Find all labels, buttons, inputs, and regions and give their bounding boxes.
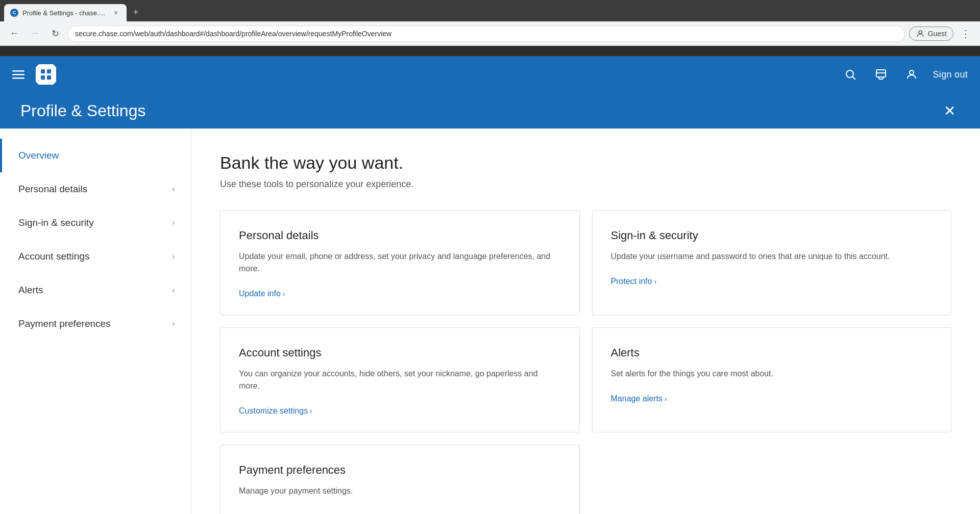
svg-rect-6: [46, 69, 51, 74]
sidebar-item-overview-label: Overview: [18, 150, 59, 161]
payment-preferences-card-title: Payment preferences: [239, 464, 561, 477]
sign-out-button[interactable]: Sign out: [933, 69, 968, 80]
account-button[interactable]: [902, 65, 921, 84]
payment-preferences-card-description: Manage your payment settings.: [239, 485, 561, 497]
account-settings-card: Account settings You can organize your a…: [220, 327, 580, 432]
header-left: [12, 63, 57, 86]
search-icon: [844, 68, 856, 81]
main-layout: Overview Personal details › Sign-in & se…: [0, 128, 980, 514]
search-button[interactable]: [841, 65, 860, 84]
tab-title: Profile & Settings - chase.com: [22, 9, 107, 17]
svg-line-12: [852, 77, 855, 80]
customize-settings-link-chevron: ›: [310, 407, 312, 415]
manage-alerts-link[interactable]: Manage alerts ›: [611, 394, 933, 403]
sidebar-item-sign-in-security[interactable]: Sign-in & security ›: [0, 206, 191, 240]
chase-logo[interactable]: [35, 63, 57, 86]
chevron-icon: ›: [172, 252, 175, 261]
account-icon: [905, 68, 918, 81]
page-title: Profile & Settings: [20, 101, 145, 120]
protect-info-link-chevron: ›: [654, 277, 656, 286]
hamburger-menu-button[interactable]: [12, 68, 24, 81]
page-header: Profile & Settings ✕: [0, 93, 980, 128]
browser-menu-button[interactable]: ⋮: [958, 25, 974, 42]
new-tab-button[interactable]: +: [129, 5, 143, 19]
forward-button[interactable]: →: [27, 25, 43, 42]
svg-point-11: [846, 70, 853, 78]
alerts-card: Alerts Set alerts for the things you car…: [592, 327, 952, 432]
update-info-link[interactable]: Update info ›: [239, 289, 561, 298]
svg-rect-10: [40, 73, 52, 75]
account-settings-card-title: Account settings: [239, 346, 561, 359]
reload-button[interactable]: ↻: [47, 25, 63, 42]
account-settings-card-description: You can organize your accounts, hide oth…: [239, 368, 561, 392]
back-button[interactable]: ←: [6, 25, 22, 42]
sidebar-item-payment-preferences-label: Payment preferences: [18, 318, 111, 329]
page-close-button[interactable]: ✕: [939, 100, 960, 121]
sidebar-item-payment-preferences[interactable]: Payment preferences ›: [0, 307, 191, 341]
sign-in-security-card-description: Update your username and password to one…: [611, 250, 933, 263]
address-bar[interactable]: [67, 25, 905, 42]
content-subheading: Use these tools to personalize your expe…: [220, 179, 951, 190]
personal-details-card-description: Update your email, phone or address, set…: [239, 250, 561, 275]
svg-point-18: [910, 70, 914, 74]
personal-details-card-title: Personal details: [239, 229, 561, 242]
chevron-icon: ›: [172, 185, 175, 194]
header-right: Sign out: [841, 65, 968, 84]
active-tab[interactable]: C Profile & Settings - chase.com ×: [4, 4, 127, 21]
customize-settings-link[interactable]: Customize settings ›: [239, 406, 561, 416]
protect-info-link[interactable]: Protect info ›: [611, 277, 933, 286]
sign-in-security-card-title: Sign-in & security: [611, 229, 933, 242]
hamburger-icon: [12, 68, 24, 81]
protect-info-link-text: Protect info: [611, 277, 652, 286]
customize-settings-link-text: Customize settings: [239, 406, 308, 416]
chevron-icon: ›: [172, 286, 175, 295]
sidebar: Overview Personal details › Sign-in & se…: [0, 128, 191, 514]
chevron-icon: ›: [172, 319, 175, 328]
personal-details-card: Personal details Update your email, phon…: [220, 210, 580, 315]
svg-rect-2: [12, 74, 24, 75]
browser-profile-label: Guest: [928, 30, 947, 38]
svg-rect-7: [41, 75, 45, 80]
sidebar-item-account-settings[interactable]: Account settings ›: [0, 240, 191, 273]
browser-profile-button[interactable]: Guest: [909, 27, 953, 41]
svg-rect-5: [41, 69, 45, 74]
sidebar-item-alerts[interactable]: Alerts ›: [0, 273, 191, 307]
notifications-icon: [875, 68, 887, 81]
sign-in-security-card: Sign-in & security Update your username …: [592, 210, 952, 315]
notifications-button[interactable]: [872, 65, 890, 84]
app-header: Sign out: [0, 56, 980, 93]
profile-icon: [916, 29, 925, 38]
tab-close-button[interactable]: ×: [111, 8, 120, 17]
manage-alerts-link-chevron: ›: [665, 395, 667, 403]
alerts-card-title: Alerts: [611, 346, 933, 359]
svg-rect-8: [46, 75, 51, 80]
alerts-card-description: Set alerts for the things you care most …: [611, 368, 933, 380]
svg-point-0: [919, 31, 922, 34]
payment-preferences-card: Payment preferences Manage your payment …: [220, 445, 580, 514]
cards-grid: Personal details Update your email, phon…: [220, 210, 951, 514]
sidebar-item-alerts-label: Alerts: [18, 285, 43, 296]
chase-logo-svg: [35, 63, 57, 86]
sidebar-item-personal-details-label: Personal details: [18, 184, 87, 195]
manage-alerts-link-text: Manage alerts: [611, 394, 663, 403]
sidebar-item-account-settings-label: Account settings: [18, 251, 89, 262]
tab-favicon: C: [10, 9, 18, 17]
sidebar-item-personal-details[interactable]: Personal details ›: [0, 172, 191, 206]
sidebar-item-sign-in-security-label: Sign-in & security: [18, 217, 94, 228]
update-info-link-chevron: ›: [283, 290, 285, 298]
sidebar-item-overview[interactable]: Overview: [0, 139, 191, 172]
svg-rect-3: [12, 78, 24, 79]
chevron-icon: ›: [172, 218, 175, 227]
svg-rect-1: [12, 70, 24, 72]
content-area: Bank the way you want. Use these tools t…: [191, 128, 980, 514]
content-heading: Bank the way you want.: [220, 153, 951, 173]
update-info-link-text: Update info: [239, 289, 281, 298]
